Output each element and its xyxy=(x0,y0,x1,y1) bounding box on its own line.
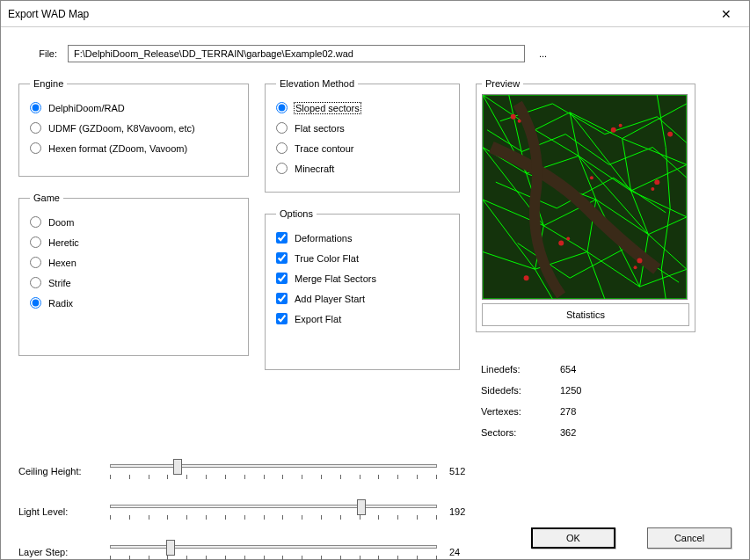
game-radio[interactable] xyxy=(30,216,41,228)
elevation-label: Trace contour xyxy=(295,143,353,154)
game-label: Doom xyxy=(48,217,74,228)
engine-radio[interactable] xyxy=(30,122,41,134)
stat-row: Linedefs:654 xyxy=(481,359,690,380)
option-label: Deformations xyxy=(295,233,352,244)
option-label: True Color Flat xyxy=(295,253,359,264)
file-row: File: ... xyxy=(22,45,728,62)
engine-legend: Engine xyxy=(30,78,67,89)
engine-radio[interactable] xyxy=(30,142,41,154)
svg-point-9 xyxy=(637,258,642,263)
file-path-input[interactable] xyxy=(68,45,525,62)
option-checkbox[interactable] xyxy=(276,293,288,304)
elevation-option[interactable]: Trace contour xyxy=(276,138,448,158)
option-item[interactable]: Merge Flat Sectors xyxy=(276,268,448,288)
preview-group: Preview xyxy=(476,78,695,332)
ok-button[interactable]: OK xyxy=(531,527,615,549)
engine-option[interactable]: UDMF (GZDoom, K8Vavoom, etc) xyxy=(30,118,237,138)
stat-row: Sidedefs:1250 xyxy=(481,380,690,401)
elevation-radio[interactable] xyxy=(276,122,288,134)
statistics-header: Statistics xyxy=(482,303,689,326)
svg-point-11 xyxy=(524,275,529,280)
svg-point-5 xyxy=(654,179,659,185)
elevation-option[interactable]: Flat sectors xyxy=(276,118,448,138)
light-level-row: Light Level: 192 xyxy=(18,499,484,524)
game-option[interactable]: Doom xyxy=(30,212,237,232)
svg-point-12 xyxy=(667,132,673,137)
game-option[interactable]: Strife xyxy=(30,273,237,293)
svg-point-13 xyxy=(590,176,593,179)
ceiling-height-row: Ceiling Height: 512 xyxy=(18,459,484,484)
light-level-label: Light Level: xyxy=(18,506,98,517)
option-item[interactable]: Export Flat xyxy=(276,309,448,329)
stat-key: Vertexes: xyxy=(481,406,560,417)
terrain-mesh-icon xyxy=(483,95,687,299)
option-label: Merge Flat Sectors xyxy=(295,273,376,284)
svg-point-6 xyxy=(651,187,654,191)
svg-point-4 xyxy=(619,124,623,127)
svg-point-8 xyxy=(566,237,570,241)
titlebar: Export WAD Map ✕ xyxy=(1,1,749,27)
layer-step-label: Layer Step: xyxy=(18,547,98,557)
engine-label: DelphiDoom/RAD xyxy=(48,103,125,113)
options-group: Options DeformationsTrue Color FlatMerge… xyxy=(265,208,460,370)
stat-key: Sidedefs: xyxy=(481,385,560,396)
layer-step-value: 24 xyxy=(449,547,484,557)
game-radio[interactable] xyxy=(30,257,41,268)
ceiling-height-label: Ceiling Height: xyxy=(18,466,98,476)
engine-label: UDMF (GZDoom, K8Vavoom, etc) xyxy=(48,123,195,134)
elevation-radio[interactable] xyxy=(276,163,288,174)
elevation-option[interactable]: Minecraft xyxy=(276,158,448,178)
stat-value: 1250 xyxy=(560,385,613,396)
elevation-radio[interactable] xyxy=(276,142,288,154)
game-label: Radix xyxy=(48,298,73,309)
option-checkbox[interactable] xyxy=(276,273,288,284)
elevation-label: Flat sectors xyxy=(295,123,345,134)
option-label: Add Player Start xyxy=(295,294,365,304)
game-option[interactable]: Radix xyxy=(30,293,237,313)
elevation-radio[interactable] xyxy=(276,102,288,113)
layer-step-slider[interactable] xyxy=(106,540,441,560)
engine-option[interactable]: Hexen format (ZDoom, Vavoom) xyxy=(30,138,237,158)
option-item[interactable]: Add Player Start xyxy=(276,288,448,309)
game-option[interactable]: Hexen xyxy=(30,252,237,273)
close-button[interactable]: ✕ xyxy=(710,2,742,26)
slider-thumb[interactable] xyxy=(357,499,366,515)
option-item[interactable]: Deformations xyxy=(276,228,448,248)
stat-value: 654 xyxy=(560,364,613,375)
elevation-legend: Elevation Method xyxy=(276,78,358,89)
game-radio[interactable] xyxy=(30,236,41,248)
preview-legend: Preview xyxy=(482,78,523,89)
game-option[interactable]: Heretic xyxy=(30,232,237,252)
ceiling-height-value: 512 xyxy=(449,466,484,476)
elevation-option[interactable]: Sloped sectors xyxy=(276,98,448,118)
file-label: File: xyxy=(22,48,57,59)
cancel-button[interactable]: Cancel xyxy=(647,527,732,549)
svg-point-7 xyxy=(558,241,564,246)
stat-value: 362 xyxy=(560,427,613,438)
browse-button[interactable]: ... xyxy=(535,48,550,59)
engine-radio[interactable] xyxy=(30,102,41,113)
option-label: Export Flat xyxy=(295,314,341,324)
option-item[interactable]: True Color Flat xyxy=(276,248,448,268)
slider-thumb[interactable] xyxy=(173,459,182,475)
ceiling-height-slider[interactable] xyxy=(106,459,441,484)
preview-canvas xyxy=(482,94,688,300)
svg-point-1 xyxy=(511,114,516,120)
option-checkbox[interactable] xyxy=(276,313,288,324)
elevation-label: Sloped sectors xyxy=(295,103,360,113)
option-checkbox[interactable] xyxy=(276,252,288,264)
slider-thumb[interactable] xyxy=(166,540,175,556)
light-level-value: 192 xyxy=(449,506,484,517)
stat-row: Sectors:362 xyxy=(481,422,690,443)
engine-label: Hexen format (ZDoom, Vavoom) xyxy=(48,143,187,154)
option-checkbox[interactable] xyxy=(276,232,288,244)
game-radio[interactable] xyxy=(30,297,41,309)
stat-key: Linedefs: xyxy=(481,364,560,375)
game-label: Heretic xyxy=(48,237,79,248)
engine-option[interactable]: DelphiDoom/RAD xyxy=(30,98,237,118)
export-wad-dialog: Export WAD Map ✕ File: ... Engine Delphi… xyxy=(0,0,750,560)
svg-point-2 xyxy=(518,120,521,123)
light-level-slider[interactable] xyxy=(106,499,441,524)
game-radio[interactable] xyxy=(30,277,41,288)
elevation-group: Elevation Method Sloped sectorsFlat sect… xyxy=(265,78,460,193)
